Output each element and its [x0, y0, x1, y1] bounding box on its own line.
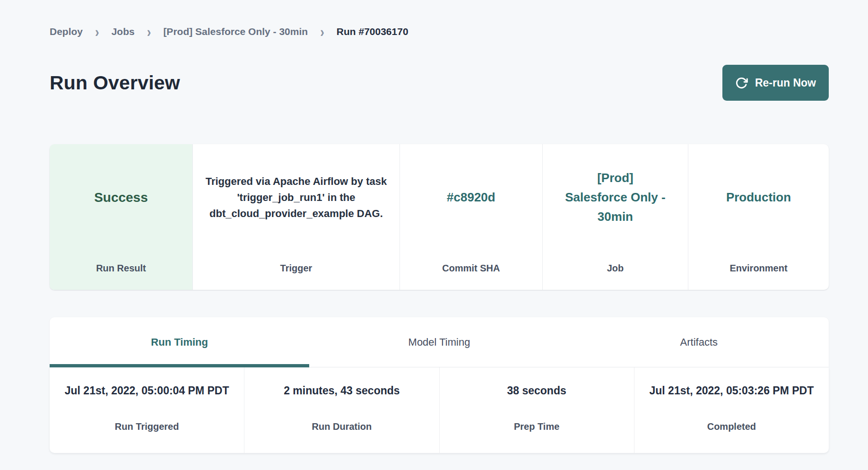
completed-cell: Jul 21st, 2022, 05:03:26 PM PDT Complete…	[634, 367, 829, 453]
commit-sha-label: Commit SHA	[442, 263, 500, 274]
run-result-label: Run Result	[96, 263, 146, 274]
run-result-cell: Success Run Result	[50, 144, 192, 290]
prep-time-label: Prep Time	[514, 421, 559, 432]
environment-cell: Production Environment	[688, 144, 829, 290]
environment-label: Environment	[729, 263, 787, 274]
refresh-cw-icon	[735, 77, 748, 89]
run-timing-panel: Jul 21st, 2022, 05:00:04 PM PDT Run Trig…	[50, 367, 829, 453]
run-overview-page: Deploy › Jobs › [Prod] Salesforce Only -…	[0, 0, 868, 453]
run-detail-panel: Run Timing Model Timing Artifacts Jul 21…	[50, 317, 829, 453]
trigger-label: Trigger	[280, 263, 312, 274]
tab-bar: Run Timing Model Timing Artifacts	[50, 317, 829, 367]
run-duration-label: Run Duration	[312, 421, 372, 432]
tab-artifacts[interactable]: Artifacts	[569, 317, 829, 367]
run-duration-value: 2 minutes, 43 seconds	[284, 383, 399, 418]
rerun-now-label: Re-run Now	[755, 77, 816, 89]
job-label: Job	[607, 263, 624, 274]
prep-time-value: 38 seconds	[507, 383, 566, 418]
trigger-value: Triggered via Apache Airflow by task 'tr…	[204, 144, 388, 263]
rerun-now-button[interactable]: Re-run Now	[722, 65, 829, 101]
tab-model-timing[interactable]: Model Timing	[309, 317, 569, 367]
commit-sha-cell: #c8920d Commit SHA	[399, 144, 542, 290]
run-triggered-label: Run Triggered	[115, 421, 179, 432]
run-triggered-cell: Jul 21st, 2022, 05:00:04 PM PDT Run Trig…	[50, 367, 244, 453]
page-title: Run Overview	[50, 72, 180, 94]
run-summary-card: Success Run Result Triggered via Apache …	[50, 144, 829, 290]
run-duration-cell: 2 minutes, 43 seconds Run Duration	[244, 367, 439, 453]
prep-time-cell: 38 seconds Prep Time	[439, 367, 634, 453]
chevron-right-icon: ›	[320, 23, 324, 40]
run-triggered-value: Jul 21st, 2022, 05:00:04 PM PDT	[65, 383, 229, 418]
commit-sha-link[interactable]: #c8920d	[447, 144, 495, 263]
header-row: Run Overview Re-run Now	[50, 64, 829, 101]
job-cell: [Prod] Salesforce Only - 30min Job	[542, 144, 688, 290]
chevron-right-icon: ›	[147, 23, 151, 40]
job-link[interactable]: [Prod] Salesforce Only - 30min	[564, 144, 666, 263]
breadcrumb-jobs[interactable]: Jobs	[112, 24, 135, 40]
run-result-value: Success	[94, 144, 148, 263]
completed-value: Jul 21st, 2022, 05:03:26 PM PDT	[650, 383, 814, 418]
environment-link[interactable]: Production	[726, 144, 791, 263]
breadcrumb-deploy[interactable]: Deploy	[50, 24, 83, 40]
chevron-right-icon: ›	[95, 23, 99, 40]
breadcrumb-job-name[interactable]: [Prod] Salesforce Only - 30min	[163, 24, 308, 40]
breadcrumb: Deploy › Jobs › [Prod] Salesforce Only -…	[50, 24, 829, 40]
tab-run-timing[interactable]: Run Timing	[50, 317, 309, 367]
trigger-cell: Triggered via Apache Airflow by task 'tr…	[192, 144, 399, 290]
breadcrumb-run-number: Run #70036170	[337, 24, 408, 40]
completed-label: Completed	[707, 421, 756, 432]
